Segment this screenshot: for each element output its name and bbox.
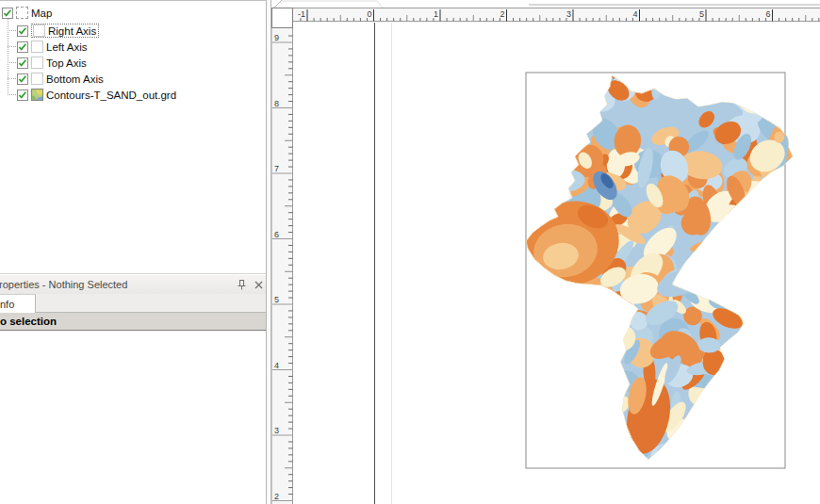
axis-icon bbox=[31, 41, 43, 53]
tree-item-right-axis[interactable]: Right Axis bbox=[17, 23, 99, 39]
plot-canvas[interactable]: -10123456 23456789 bbox=[271, 0, 820, 504]
checkbox-checked-icon[interactable] bbox=[17, 41, 28, 53]
contour-map-view[interactable] bbox=[271, 0, 820, 504]
tree-connector-stub bbox=[8, 62, 16, 63]
close-icon[interactable] bbox=[253, 279, 265, 291]
map-frame-icon bbox=[16, 7, 28, 19]
axis-icon bbox=[31, 57, 43, 69]
contour-thumbnail-icon bbox=[31, 89, 43, 101]
tree-connector-stub bbox=[8, 30, 16, 31]
tree-item-label: Contours-T_SAND_out.grd bbox=[46, 89, 176, 101]
tree-item-label: Left Axis bbox=[46, 41, 87, 53]
tree-item-map[interactable]: Map bbox=[2, 5, 52, 21]
tree-connector-stub bbox=[8, 94, 16, 95]
selection-status-bar: o selection bbox=[0, 313, 266, 331]
tree-item-bottom-axis[interactable]: Bottom Axis bbox=[17, 71, 104, 87]
checkbox-checked-icon[interactable] bbox=[17, 57, 28, 69]
tree-item-label: Top Axis bbox=[46, 57, 87, 69]
application-window: Map Right Axis Left Axis Top Axis Bottom… bbox=[0, 0, 820, 504]
tab-info[interactable]: nfo bbox=[0, 294, 36, 313]
selection-status-text: o selection bbox=[0, 316, 57, 327]
object-manager-panel: Map Right Axis Left Axis Top Axis Bottom… bbox=[0, 0, 267, 273]
properties-panel: roperties - Nothing Selected nfo o selec… bbox=[0, 273, 267, 504]
properties-title-bar: roperties - Nothing Selected bbox=[0, 275, 266, 294]
pin-icon[interactable] bbox=[236, 279, 248, 291]
contour-fill-layer bbox=[516, 57, 812, 479]
tree-connector-stub bbox=[8, 46, 16, 47]
focused-item-outline: Right Axis bbox=[31, 24, 99, 38]
properties-title: roperties - Nothing Selected bbox=[0, 279, 127, 290]
tree-item-contours-grid[interactable]: Contours-T_SAND_out.grd bbox=[17, 87, 176, 103]
axis-icon bbox=[33, 24, 45, 37]
properties-tab-row: nfo bbox=[0, 294, 266, 313]
tab-info-label: nfo bbox=[0, 299, 14, 310]
checkbox-checked-icon[interactable] bbox=[17, 73, 28, 85]
checkbox-checked-icon[interactable] bbox=[17, 25, 28, 37]
tree-connector-stub bbox=[8, 78, 16, 79]
checkbox-checked-icon[interactable] bbox=[2, 8, 13, 19]
checkbox-checked-icon[interactable] bbox=[17, 89, 28, 101]
tree-item-label: Map bbox=[31, 8, 52, 19]
tree-item-top-axis[interactable]: Top Axis bbox=[17, 55, 87, 71]
tree-item-label: Right Axis bbox=[48, 25, 96, 37]
tree-item-label: Bottom Axis bbox=[46, 73, 104, 85]
axis-icon bbox=[31, 73, 43, 85]
tree-item-left-axis[interactable]: Left Axis bbox=[17, 39, 87, 55]
